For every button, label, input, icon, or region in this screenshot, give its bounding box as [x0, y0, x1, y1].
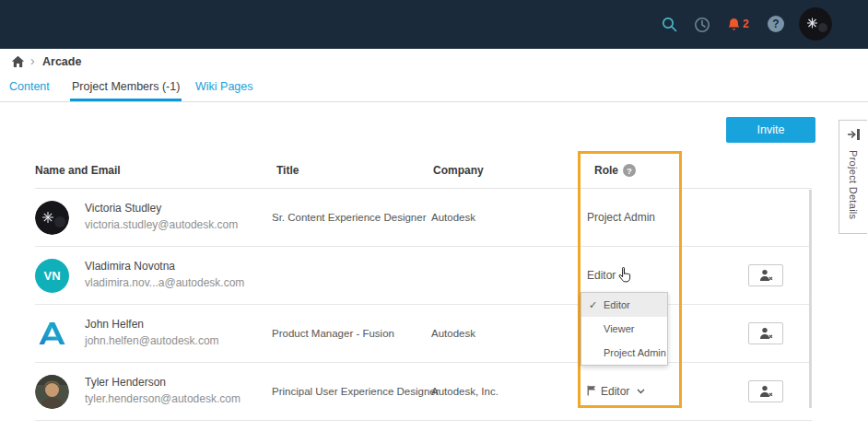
member-title: Sr. Content Experience Designer — [272, 212, 426, 223]
role-option-viewer[interactable]: Viewer — [581, 317, 667, 341]
member-role[interactable]: Project Admin — [587, 211, 655, 224]
remove-member-button[interactable] — [748, 380, 783, 402]
member-email: victoria.studley@autodesk.com — [85, 218, 238, 231]
project-details-label: Project Details — [848, 150, 859, 219]
breadcrumb: › Arcade — [0, 49, 868, 75]
remove-member-button[interactable] — [748, 322, 783, 344]
project-details-panel-tab[interactable]: Project Details — [839, 120, 867, 234]
role-option-project-admin[interactable]: Project Admin — [581, 341, 667, 365]
member-email: vladimira.nov...a@autodesk.com — [85, 276, 244, 289]
breadcrumb-project-name[interactable]: Arcade — [42, 55, 81, 68]
member-avatar-photo — [35, 375, 69, 409]
tab-bar: Content Project Members (-1) Wiki Pages — [0, 75, 868, 102]
table-scrollbar[interactable] — [809, 190, 812, 408]
search-icon[interactable] — [662, 17, 677, 36]
open-panel-icon — [847, 128, 861, 145]
member-name[interactable]: Vladimira Novotna — [85, 260, 175, 273]
table-row: Victoria Studley victoria.studley@autode… — [0, 189, 812, 247]
role-help-icon[interactable]: ? — [623, 164, 636, 177]
project-members-page: 2 ? › Arcade Content Project Members (-1… — [0, 0, 868, 431]
member-title: Principal User Experience Designer — [272, 386, 440, 397]
member-role-label: Editor — [601, 385, 629, 398]
role-option-label: Viewer — [604, 323, 634, 334]
role-option-label: Project Admin — [604, 347, 666, 358]
home-icon[interactable] — [11, 55, 25, 72]
member-company: Autodesk — [431, 328, 475, 339]
tab-content[interactable]: Content — [9, 75, 50, 101]
column-header-role: Role — [594, 152, 618, 189]
column-header-title: Title — [276, 152, 299, 189]
tab-wiki-pages[interactable]: Wiki Pages — [195, 75, 253, 101]
table-header: Name and Email Title Company Role ? — [0, 152, 812, 189]
notifications-bell-icon[interactable] — [727, 17, 741, 36]
column-header-company: Company — [433, 152, 484, 189]
notification-count-badge[interactable]: 2 — [743, 17, 749, 30]
help-icon[interactable]: ? — [768, 16, 784, 32]
role-dropdown-menu: ✓ Editor Viewer Project Admin — [581, 292, 668, 366]
member-email: john.helfen@autodesk.com — [85, 334, 219, 347]
topbar: 2 ? — [0, 0, 868, 49]
table-row: VN Vladimira Novotna vladimira.nov...a@a… — [0, 247, 812, 305]
member-name[interactable]: Tyler Henderson — [85, 376, 166, 389]
role-option-label: Editor — [604, 299, 630, 310]
member-company: Autodesk — [431, 212, 475, 223]
member-company: Autodesk, Inc. — [431, 386, 499, 397]
remove-person-icon — [759, 385, 773, 398]
chevron-down-icon — [637, 389, 645, 394]
member-avatar-initials: VN — [35, 259, 69, 293]
member-title: Product Manager - Fusion — [272, 328, 394, 339]
table-row: John Helfen john.helfen@autodesk.com Pro… — [0, 305, 812, 363]
invite-button[interactable]: Invite — [726, 117, 815, 143]
member-avatar-photo — [35, 201, 69, 235]
remove-member-button[interactable] — [748, 264, 783, 286]
member-email: tyler.henderson@autodesk.com — [85, 392, 240, 405]
remove-person-icon — [759, 269, 773, 282]
checkmark-icon: ✓ — [589, 293, 597, 317]
breadcrumb-separator: › — [30, 53, 35, 68]
member-avatar-autodesk-logo — [35, 317, 69, 351]
member-name[interactable]: John Helfen — [85, 318, 144, 331]
column-header-name-email: Name and Email — [35, 152, 121, 189]
user-avatar[interactable] — [799, 7, 832, 41]
flag-icon — [587, 385, 597, 396]
remove-person-icon — [759, 327, 773, 340]
member-name[interactable]: Victoria Studley — [85, 202, 161, 215]
role-option-editor[interactable]: ✓ Editor — [581, 293, 667, 317]
member-role-selector[interactable]: Editor — [587, 269, 616, 282]
member-role-selector[interactable]: Editor — [587, 385, 645, 398]
history-clock-icon[interactable] — [694, 17, 710, 37]
members-table: Victoria Studley victoria.studley@autode… — [0, 189, 812, 421]
table-row: Tyler Henderson tyler.henderson@autodesk… — [0, 363, 812, 421]
tab-project-members[interactable]: Project Members (-1) — [70, 75, 182, 101]
